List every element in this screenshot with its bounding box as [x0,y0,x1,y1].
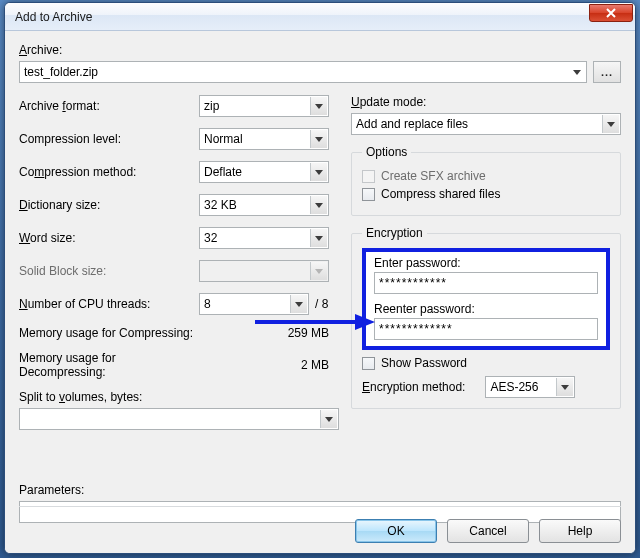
chevron-down-icon [556,378,573,396]
dictionary-size-label: Dictionary size: [19,198,199,212]
chevron-down-icon [568,63,585,81]
split-volumes-combo[interactable] [19,408,339,430]
window-title: Add to Archive [15,10,589,24]
dictionary-size-combo[interactable]: 32 KB [199,194,329,216]
mem-compress-label: Memory usage for Compressing: [19,326,199,340]
cancel-button[interactable]: Cancel [447,519,529,543]
sfx-checkbox [362,170,375,183]
archive-label: Archive: [19,43,621,57]
encryption-method-label: Encryption method: [362,380,465,394]
cpu-threads-combo[interactable]: 8 [199,293,309,315]
chevron-down-icon [290,295,307,313]
sfx-label: Create SFX archive [381,169,486,183]
chevron-down-icon [310,163,327,181]
mem-compress-value: 259 MB [288,326,329,340]
chevron-down-icon [310,196,327,214]
word-size-label: Word size: [19,231,199,245]
close-icon [606,8,616,18]
shared-files-label: Compress shared files [381,187,500,201]
update-mode-combo[interactable]: Add and replace files [351,113,621,135]
dialog-content: Archive: test_folder.zip ... Archive for… [5,31,635,553]
left-column: Archive format: zip Compression level: N… [19,95,339,430]
button-bar: OK Cancel Help [19,506,621,543]
help-button[interactable]: Help [539,519,621,543]
ok-button[interactable]: OK [355,519,437,543]
chevron-down-icon [602,115,619,133]
encryption-highlight: Enter password: Reenter password: [362,248,610,350]
compression-level-combo[interactable]: Normal [199,128,329,150]
password-confirm-input[interactable] [374,318,598,340]
compression-method-label: Compression method: [19,165,199,179]
shared-files-checkbox[interactable] [362,188,375,201]
cpu-threads-label: Number of CPU threads: [19,297,199,311]
encryption-method-combo[interactable]: AES-256 [485,376,575,398]
chevron-down-icon [310,229,327,247]
mem-decompress-value: 2 MB [301,358,329,372]
close-button[interactable] [589,4,633,22]
parameters-label: Parameters: [19,483,621,497]
chevron-down-icon [310,262,327,280]
cpu-threads-max: / 8 [315,297,328,311]
browse-button[interactable]: ... [593,61,621,83]
compression-method-combo[interactable]: Deflate [199,161,329,183]
show-password-label: Show Password [381,356,467,370]
encryption-group: Encryption Enter password: Reenter passw… [351,226,621,409]
split-volumes-label: Split to volumes, bytes: [19,390,339,404]
password-input[interactable] [374,272,598,294]
chevron-down-icon [310,130,327,148]
update-mode-label: Update mode: [351,95,621,109]
show-password-checkbox[interactable] [362,357,375,370]
archive-path-value: test_folder.zip [24,65,568,79]
archive-path-combo[interactable]: test_folder.zip [19,61,587,83]
mem-decompress-label: Memory usage for Decompressing: [19,351,199,379]
dialog-window: Add to Archive Archive: test_folder.zip … [4,2,636,554]
options-legend: Options [362,145,411,159]
enter-password-label: Enter password: [374,256,598,270]
compression-level-label: Compression level: [19,132,199,146]
archive-format-label: Archive format: [19,99,199,113]
chevron-down-icon [310,97,327,115]
solid-block-label: Solid Block size: [19,264,199,278]
chevron-down-icon [320,410,337,428]
encryption-legend: Encryption [362,226,427,240]
options-group: Options Create SFX archive Compress shar… [351,145,621,216]
reenter-password-label: Reenter password: [374,302,598,316]
titlebar: Add to Archive [5,3,635,31]
solid-block-combo [199,260,329,282]
archive-format-combo[interactable]: zip [199,95,329,117]
right-column: Update mode: Add and replace files Optio… [351,95,621,430]
word-size-combo[interactable]: 32 [199,227,329,249]
